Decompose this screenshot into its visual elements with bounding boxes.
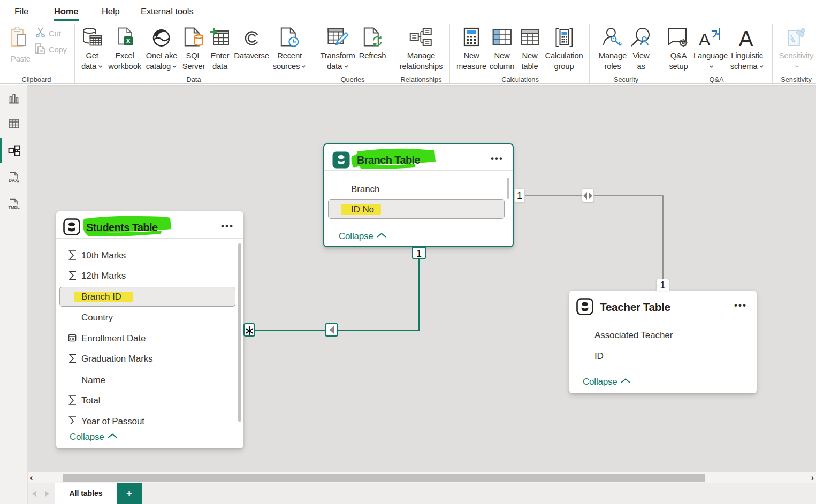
svg-text:A: A [739, 27, 753, 49]
svg-text:X: X [126, 37, 131, 45]
svg-text:TMDL: TMDL [9, 205, 20, 210]
svg-text:DAX: DAX [9, 178, 18, 183]
svg-text:A: A [699, 30, 711, 49]
